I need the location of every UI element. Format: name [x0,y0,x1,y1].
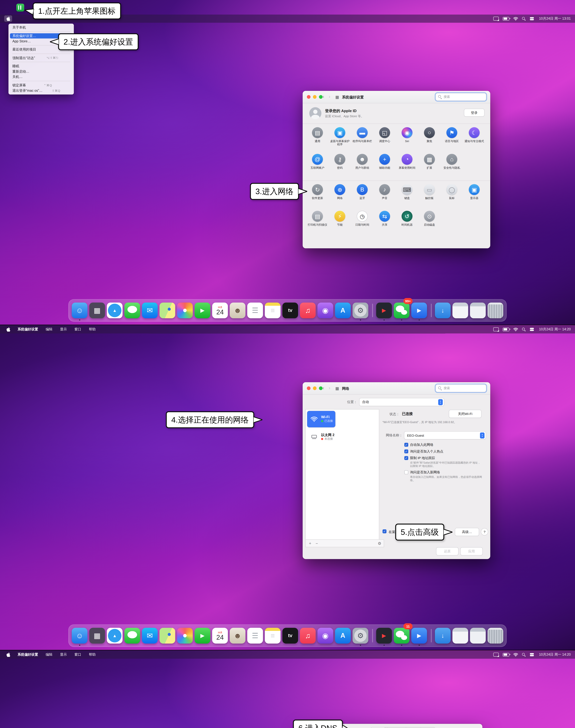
pref-time-machine[interactable]: ↺ 时间机器 [396,211,418,226]
pref-date-time[interactable]: ◷ 日期与时间 [351,211,373,226]
menu-window[interactable]: 窗口 [74,327,81,331]
network-service-ethernet-2[interactable]: 以太网 2 未连接 [307,429,377,445]
search-icon[interactable] [522,653,526,656]
dock-music-icon[interactable]: ♫ [300,628,315,643]
pref-passwords[interactable]: ⚷ 密码 [329,154,351,169]
apple-menu-icon[interactable] [4,15,12,22]
pref-sharing[interactable]: ⇆ 共享 [373,211,396,226]
apple-menu-icon[interactable] [4,652,12,658]
dock-minimized-window-icon[interactable] [452,303,468,318]
screen-mirroring-icon[interactable] [494,17,499,21]
dock-minimized-window-2-icon[interactable] [470,628,486,643]
green-bars-app-icon[interactable] [16,4,24,11]
menubar-clock[interactable]: 10月24日 周一 14:20 [539,652,571,657]
pref-printers-scanners[interactable]: ▤ 打印机与扫描仪 [306,211,329,226]
close-button[interactable] [307,386,310,390]
control-center-icon[interactable] [530,327,534,331]
dock-mail-icon[interactable]: ✉ [142,628,158,643]
show-all-grid-icon[interactable]: ▦ [335,386,339,391]
menu-item-about-this-mac[interactable]: 关于本机 [10,25,72,30]
minimize-button[interactable] [313,95,316,99]
dock-appletv-icon[interactable]: tv [282,303,298,318]
menu-window[interactable]: 窗口 [74,652,81,657]
dock-downloads-icon[interactable]: ↓ [435,628,450,643]
pref-users-groups[interactable]: ☻ 用户与群组 [351,154,373,169]
dock-finder-icon[interactable]: ☺ [72,303,88,318]
pref-accessibility[interactable]: + 辅助功能 [373,154,396,169]
search-input[interactable]: 搜索 [436,93,486,101]
dock-appstore-icon[interactable]: A [335,628,351,643]
search-icon[interactable] [522,327,526,331]
revert-button[interactable]: 还原 [436,548,458,555]
pref-security-privacy[interactable]: ⌂ 安全性与隐私 [441,154,463,169]
dock-reminders-icon[interactable]: ☰ [247,628,263,643]
wifi-icon[interactable] [513,653,518,656]
wifi-icon[interactable] [513,327,518,331]
menu-item-log-out[interactable]: 退出登录“mac os”… ⇧⌘Q [10,88,72,93]
minimize-button[interactable] [313,386,316,390]
network-service-wifi[interactable]: Wi-Fi 已连接 [307,411,335,428]
dock-appstore-icon[interactable]: A [335,303,351,318]
show-all-grid-icon[interactable]: ▦ [335,95,339,99]
show-wifi-status-checkbox[interactable]: ✓ [382,529,386,533]
pref-dock-menubar[interactable]: ▬ 程序坞与菜单栏 [351,127,373,146]
pref-general[interactable]: ▤ 通用 [306,127,329,146]
dock-wechat-icon[interactable] [394,303,409,318]
menu-edit[interactable]: 编辑 [46,652,53,657]
tab-hardware[interactable]: 硬件 [421,727,435,728]
zoom-button[interactable] [319,386,323,390]
menu-item-force-quit[interactable]: 强制退出“访达” ⌥⇧⌘⎋ [10,55,72,61]
dock-facetime-icon[interactable]: ▶ [195,628,210,643]
battery-icon[interactable] [503,17,509,21]
dock-launchpad-icon[interactable]: ▦ [89,303,105,318]
battery-icon[interactable] [503,653,509,656]
advanced-button[interactable]: 高级… [455,528,479,536]
apple-menu-icon[interactable] [4,326,12,333]
dock-messages-icon[interactable] [125,628,140,643]
dock-video-app-icon[interactable]: ▶ [376,303,392,318]
checkbox[interactable]: ✓ [404,470,408,474]
service-actions-button[interactable]: ⚙ [378,541,381,545]
pref-bluetooth[interactable]: B 蓝牙 [351,184,373,200]
dock-podcasts-icon[interactable]: ◉ [317,628,333,643]
control-center-icon[interactable] [530,652,534,657]
pref-sound[interactable]: ♪ 声音 [373,184,396,200]
menu-view[interactable]: 显示 [60,327,67,331]
pref-startup-disk[interactable]: ⊙ 启动磁盘 [418,211,441,226]
dock-trash-icon[interactable] [487,303,503,318]
dock-minimized-window-icon[interactable] [452,628,468,643]
dock-reminders-icon[interactable]: ☰ [247,303,263,318]
pref-extensions[interactable]: ▩ 扩展 [418,154,441,169]
menubar-clock[interactable]: 10月24日 周一 13:01 [539,16,571,21]
dock-safari-icon[interactable]: ▲ [107,303,123,318]
dock-calendar-icon[interactable]: 10月 24 [212,628,228,643]
pref-energy-saver[interactable]: ⚡ 节能 [329,211,351,226]
forward-button[interactable]: › [329,385,330,391]
pref-mouse[interactable]: ◯ 鼠标 [441,184,463,200]
dock-calendar-icon[interactable]: 10月 24 [212,303,228,318]
menubar-clock[interactable]: 10月24日 周一 14:20 [539,327,571,331]
dock-launchpad-icon[interactable]: ▦ [89,628,105,643]
dock-contacts-icon[interactable]: ☻ [230,628,245,643]
dock-facetime-icon[interactable]: ▶ [195,303,210,318]
location-dropdown[interactable]: 自动 ▴▾ [360,398,444,406]
tab-dns[interactable]: DNS [370,727,385,728]
menu-help[interactable]: 帮助 [89,652,96,657]
screen-mirroring-icon[interactable] [494,327,499,331]
menu-item-shut-down[interactable]: 关机… [10,74,72,80]
checkbox[interactable]: ✓ [404,449,408,453]
dock-notes-icon[interactable]: ≡ [265,628,280,643]
dock-downloads-icon[interactable]: ↓ [435,303,450,318]
pref-software-update[interactable]: ↻ 软件更新 [306,184,329,200]
dock-music-icon[interactable]: ♫ [300,303,315,318]
help-button[interactable]: ? [481,529,488,535]
checkbox[interactable]: ✓ [404,456,408,460]
pref-siri[interactable]: ◉ Siri [396,127,418,146]
apply-button[interactable]: 应用 [461,548,482,555]
screen-mirroring-icon[interactable] [494,653,499,657]
dock-messages-icon[interactable] [125,303,140,318]
pref-internet-accounts[interactable]: @ 互联网账户 [306,154,329,169]
menu-help[interactable]: 帮助 [89,327,96,331]
zoom-button[interactable] [319,95,323,99]
dock-podcasts-icon[interactable]: ◉ [317,303,333,318]
